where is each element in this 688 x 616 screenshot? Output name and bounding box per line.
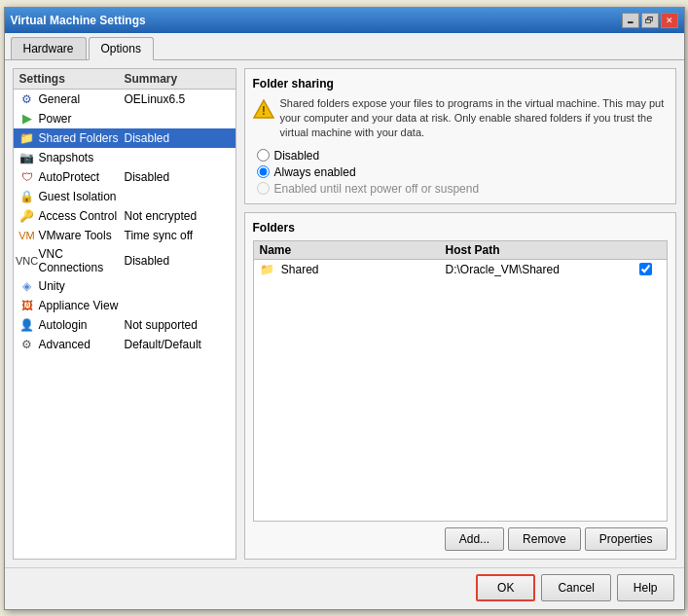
radio-always-enabled-label: Always enabled xyxy=(274,165,356,179)
autoprotect-label: AutoProtect xyxy=(39,170,100,184)
folders-table-row[interactable]: 📁 Shared D:\Oracle_VM\Shared xyxy=(254,260,667,279)
help-button[interactable]: Help xyxy=(617,574,674,601)
settings-list: Settings Summary ⚙ General OELinux6.5 ▶ … xyxy=(13,68,236,560)
warning-icon: ! xyxy=(253,98,274,120)
autoprotect-summary: Disabled xyxy=(125,170,230,184)
settings-row-name-vnc-connections: VNC VNC Connections xyxy=(19,247,125,274)
content-area: Settings Summary ⚙ General OELinux6.5 ▶ … xyxy=(5,60,684,567)
folders-section: Folders Name Host Path 📁 Shared D:\Oracl… xyxy=(244,212,676,560)
settings-row-name-guest-isolation: 🔒 Guest Isolation xyxy=(19,189,125,204)
appliance-view-label: Appliance View xyxy=(39,299,119,312)
settings-row-advanced[interactable]: ⚙ Advanced Default/Default xyxy=(14,335,235,354)
vmware-tools-icon: VM xyxy=(19,228,35,243)
right-panel: Folder sharing ! Shared folders expose y… xyxy=(244,68,676,560)
settings-row-access-control[interactable]: 🔑 Access Control Not encrypted xyxy=(14,206,235,226)
settings-row-power[interactable]: ▶ Power xyxy=(14,109,235,128)
folder-sharing-section: Folder sharing ! Shared folders expose y… xyxy=(244,68,676,204)
access-control-icon: 🔑 xyxy=(19,208,35,224)
access-control-summary: Not encrypted xyxy=(125,209,230,223)
ok-button[interactable]: OK xyxy=(476,574,535,601)
add-button[interactable]: Add... xyxy=(445,527,504,551)
settings-row-name-shared-folders: 📁 Shared Folders xyxy=(19,130,125,146)
folder-enabled-cell[interactable] xyxy=(632,263,661,275)
access-control-label: Access Control xyxy=(39,209,118,223)
settings-row-name-unity: ◈ Unity xyxy=(19,278,125,294)
maximize-button[interactable]: 🗗 xyxy=(641,13,659,28)
radio-disabled-input[interactable] xyxy=(257,149,270,162)
snapshots-icon: 📷 xyxy=(19,150,35,165)
vnc-icon: VNC xyxy=(19,253,35,269)
general-summary: OELinux6.5 xyxy=(125,92,230,106)
settings-row-name-vmware-tools: VM VMware Tools xyxy=(19,228,125,243)
folders-col1-header: Name xyxy=(260,243,446,257)
power-icon: ▶ xyxy=(19,111,35,127)
folders-col3-header xyxy=(632,243,661,257)
shared-folders-label: Shared Folders xyxy=(39,131,119,145)
advanced-summary: Default/Default xyxy=(125,338,230,351)
unity-icon: ◈ xyxy=(19,278,35,294)
settings-row-name-appliance-view: 🖼 Appliance View xyxy=(19,298,125,313)
appliance-view-icon: 🖼 xyxy=(19,298,35,313)
radio-always-enabled-input[interactable] xyxy=(257,165,270,178)
settings-row-name-autoprotect: 🛡 AutoProtect xyxy=(19,169,125,185)
main-window: Virtual Machine Settings 🗕 🗗 ✕ Hardware … xyxy=(4,7,685,610)
settings-row-vmware-tools[interactable]: VM VMware Tools Time sync off xyxy=(14,226,235,245)
autologin-icon: 👤 xyxy=(19,317,35,333)
radio-disabled[interactable]: Disabled xyxy=(257,149,668,163)
bottom-buttons: OK Cancel Help xyxy=(5,567,684,609)
settings-row-snapshots[interactable]: 📷 Snapshots xyxy=(14,148,235,167)
settings-row-autologin[interactable]: 👤 Autologin Not supported xyxy=(14,315,235,335)
settings-row-name-power: ▶ Power xyxy=(19,111,125,127)
settings-row-autoprotect[interactable]: 🛡 AutoProtect Disabled xyxy=(14,167,235,187)
settings-row-general[interactable]: ⚙ General OELinux6.5 xyxy=(14,90,235,109)
tab-options[interactable]: Options xyxy=(89,37,154,60)
settings-col2-header: Summary xyxy=(125,72,230,86)
settings-row-name-general: ⚙ General xyxy=(19,91,125,107)
radio-enabled-until-input[interactable] xyxy=(257,182,270,195)
radio-disabled-label: Disabled xyxy=(274,149,320,163)
svg-text:!: ! xyxy=(261,103,265,118)
folders-col2-header: Host Path xyxy=(446,243,632,257)
power-label: Power xyxy=(39,112,72,126)
autologin-summary: Not supported xyxy=(125,318,230,332)
settings-row-guest-isolation[interactable]: 🔒 Guest Isolation xyxy=(14,187,235,206)
radio-always-enabled[interactable]: Always enabled xyxy=(257,165,668,179)
folders-table: Name Host Path 📁 Shared D:\Oracle_VM\Sha… xyxy=(253,240,668,522)
warning-row: ! Shared folders expose your files to pr… xyxy=(253,96,668,141)
settings-header: Settings Summary xyxy=(14,69,235,90)
autologin-label: Autologin xyxy=(39,318,88,332)
vmware-tools-label: VMware Tools xyxy=(39,229,112,242)
folder-enabled-checkbox[interactable] xyxy=(639,263,652,275)
settings-row-name-advanced: ⚙ Advanced xyxy=(19,337,125,352)
settings-row-name-snapshots: 📷 Snapshots xyxy=(19,150,125,165)
settings-row-vnc-connections[interactable]: VNC VNC Connections Disabled xyxy=(14,245,235,276)
properties-button[interactable]: Properties xyxy=(585,527,668,551)
cancel-button[interactable]: Cancel xyxy=(541,574,610,601)
settings-row-name-access-control: 🔑 Access Control xyxy=(19,208,125,224)
general-icon: ⚙ xyxy=(19,91,35,107)
tabs-bar: Hardware Options xyxy=(5,33,684,60)
shared-folders-summary: Disabled xyxy=(125,131,230,145)
minimize-button[interactable]: 🗕 xyxy=(622,13,639,28)
guest-isolation-icon: 🔒 xyxy=(19,189,35,204)
radio-enabled-until[interactable]: Enabled until next power off or suspend xyxy=(257,182,668,196)
settings-row-shared-folders[interactable]: 📁 Shared Folders Disabled xyxy=(14,128,235,148)
folders-table-header: Name Host Path xyxy=(254,241,667,260)
advanced-icon: ⚙ xyxy=(19,337,35,352)
tab-hardware[interactable]: Hardware xyxy=(11,37,87,59)
general-label: General xyxy=(39,92,81,106)
settings-col1-header: Settings xyxy=(19,72,125,86)
folder-sharing-radio-group: Disabled Always enabled Enabled until ne… xyxy=(253,149,668,196)
settings-row-unity[interactable]: ◈ Unity xyxy=(14,276,235,296)
snapshots-label: Snapshots xyxy=(39,151,94,164)
settings-row-name-autologin: 👤 Autologin xyxy=(19,317,125,333)
vnc-connections-label: VNC Connections xyxy=(39,247,125,274)
settings-row-appliance-view[interactable]: 🖼 Appliance View xyxy=(14,296,235,315)
window-title: Virtual Machine Settings xyxy=(11,14,146,27)
warning-text: Shared folders expose your files to prog… xyxy=(280,96,668,141)
radio-enabled-until-label: Enabled until next power off or suspend xyxy=(274,182,480,196)
remove-button[interactable]: Remove xyxy=(508,527,581,551)
unity-label: Unity xyxy=(39,279,65,293)
close-button[interactable]: ✕ xyxy=(661,13,678,28)
title-bar: Virtual Machine Settings 🗕 🗗 ✕ xyxy=(5,8,684,33)
